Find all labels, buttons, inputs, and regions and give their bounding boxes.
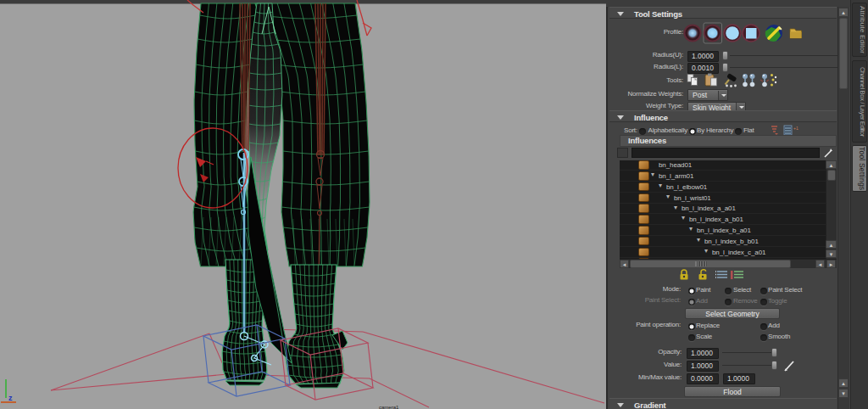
svg-text:+1: +1	[793, 126, 798, 131]
